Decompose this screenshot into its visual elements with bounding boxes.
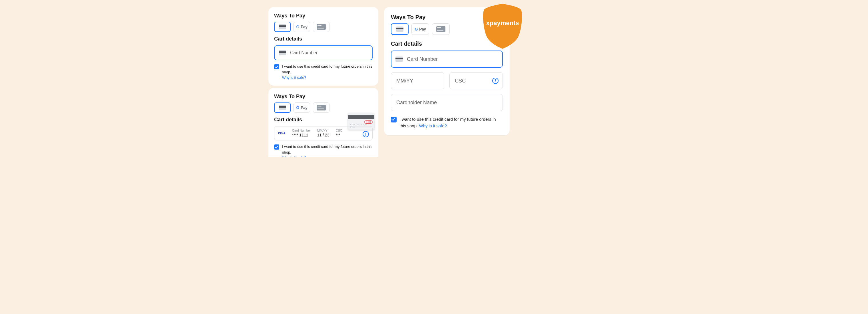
payment-method-row: G Pay bbox=[391, 23, 503, 35]
ways-to-pay-heading: Ways To Pay bbox=[274, 13, 373, 19]
pay-method-card[interactable] bbox=[274, 22, 291, 32]
card-number-placeholder: Card Number bbox=[290, 50, 317, 55]
save-card-text: I want to use this credit card for my fu… bbox=[282, 64, 372, 74]
card-number-value: **** 1111 bbox=[292, 133, 311, 137]
ways-to-pay-heading: Ways To Pay bbox=[391, 14, 503, 21]
pay-method-gpay[interactable]: G Pay bbox=[293, 102, 310, 113]
credit-card-icon bbox=[279, 105, 286, 110]
save-card-row: I want to use this credit card for my fu… bbox=[274, 144, 373, 157]
gpay-icon: G Pay bbox=[296, 25, 307, 29]
card-number-field[interactable]: Card Number bbox=[391, 51, 503, 68]
save-card-text: I want to use this credit card for my fu… bbox=[282, 145, 372, 154]
cart-details-heading: Cart details bbox=[274, 36, 373, 42]
gpay-icon: G Pay bbox=[296, 105, 307, 110]
save-card-text: I want to use this credit card for my fu… bbox=[399, 117, 496, 128]
why-safe-link[interactable]: Why is it safe? bbox=[282, 75, 306, 80]
credit-card-icon bbox=[396, 57, 403, 62]
payment-panel-filled: Ways To Pay G Pay Cart details XXX 1234 … bbox=[269, 88, 378, 157]
payment-panel-full: Ways To Pay G Pay Cart details Card Numb… bbox=[384, 7, 510, 135]
pay-method-card[interactable] bbox=[274, 102, 291, 113]
cardholder-name-field[interactable]: Cardholder Name bbox=[391, 94, 503, 111]
payment-method-row: G Pay bbox=[274, 22, 373, 32]
cardholder-name-placeholder: Cardholder Name bbox=[396, 100, 437, 105]
card-number-placeholder: Card Number bbox=[407, 56, 438, 62]
save-card-row: I want to use this credit card for my fu… bbox=[391, 116, 503, 129]
cart-details-heading: Cart details bbox=[391, 40, 503, 47]
credit-card-icon bbox=[396, 27, 403, 32]
cheque-icon bbox=[317, 105, 326, 111]
why-safe-link[interactable]: Why is it safe? bbox=[282, 156, 306, 157]
pay-method-cheque[interactable] bbox=[432, 23, 450, 35]
pay-method-gpay[interactable]: G Pay bbox=[411, 23, 429, 35]
cheque-icon bbox=[317, 24, 326, 30]
csc-label: CSC bbox=[336, 129, 342, 132]
ways-to-pay-heading: Ways To Pay bbox=[274, 94, 373, 100]
card-number-field[interactable]: Card Number bbox=[274, 45, 373, 60]
pay-method-cheque[interactable] bbox=[313, 102, 330, 113]
why-safe-link[interactable]: Why is it safe? bbox=[419, 123, 447, 128]
visa-icon: VISA bbox=[278, 131, 286, 135]
credit-card-icon bbox=[279, 50, 286, 55]
expiry-placeholder: MM/YY bbox=[396, 78, 413, 84]
pay-method-card[interactable] bbox=[391, 23, 409, 35]
save-card-checkbox[interactable] bbox=[274, 64, 279, 69]
gpay-icon: G Pay bbox=[414, 27, 426, 31]
credit-card-icon bbox=[279, 24, 286, 29]
save-card-checkbox[interactable] bbox=[391, 117, 397, 122]
save-card-row: I want to use this credit card for my fu… bbox=[274, 64, 373, 81]
card-number-label: Card Number bbox=[292, 129, 311, 132]
pay-method-cheque[interactable] bbox=[313, 22, 330, 32]
csc-tooltip-xxx: XXX bbox=[364, 121, 373, 124]
csc-placeholder: CSC bbox=[455, 78, 466, 84]
expiry-field[interactable]: MM/YY bbox=[391, 72, 444, 89]
cheque-icon bbox=[436, 26, 445, 32]
payment-panel-compact: Ways To Pay G Pay Cart details Card Numb… bbox=[269, 7, 378, 86]
pay-method-gpay[interactable]: G Pay bbox=[293, 22, 310, 32]
info-icon[interactable]: ! bbox=[492, 77, 499, 84]
save-card-checkbox[interactable] bbox=[274, 145, 279, 150]
saved-card-row[interactable]: VISA Card Number **** 1111 MM/YY 11 / 23… bbox=[274, 126, 373, 140]
expiry-label: MM/YY bbox=[317, 129, 330, 132]
csc-field[interactable]: CSC ! bbox=[450, 72, 503, 89]
expiry-value: 11 / 23 bbox=[317, 133, 330, 137]
payment-method-row: G Pay bbox=[274, 102, 373, 113]
csc-value: *** bbox=[336, 133, 342, 137]
info-icon[interactable]: ! bbox=[363, 131, 369, 137]
